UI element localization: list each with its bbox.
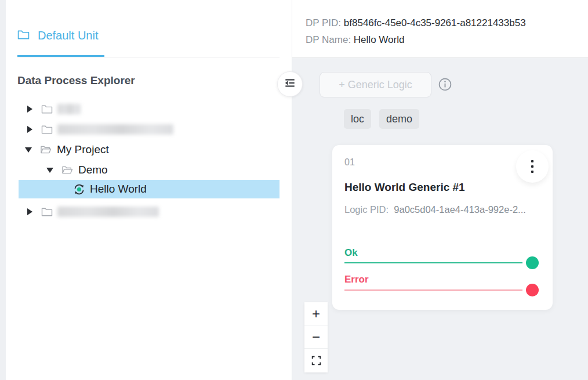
dp-pid-label: DP PID: bbox=[306, 17, 341, 28]
fold-menu-icon bbox=[284, 77, 296, 92]
port-ok-label: Ok bbox=[344, 247, 358, 259]
dp-info-header: DP PID: bf8546fc-45e0-4c35-9261-a8122143… bbox=[292, 0, 588, 58]
tree-item-label[interactable]: My Project bbox=[57, 143, 109, 156]
collapse-panel-button[interactable] bbox=[277, 71, 303, 97]
dp-name-label: DP Name: bbox=[306, 34, 351, 45]
caret-right-icon[interactable] bbox=[26, 106, 33, 113]
zoom-out-button[interactable]: − bbox=[304, 325, 328, 349]
dp-name-line: DP Name: Hello World bbox=[306, 34, 404, 46]
tree-item-label[interactable]: Hello World bbox=[90, 183, 147, 196]
tree-row-redacted-1[interactable] bbox=[6, 100, 292, 118]
tag-demo: demo bbox=[379, 109, 419, 129]
redacted-label bbox=[57, 124, 173, 135]
tree-row-my-project[interactable]: My Project bbox=[6, 140, 292, 159]
card-menu-button[interactable] bbox=[516, 150, 549, 183]
port-error-label: Error bbox=[344, 274, 369, 285]
dp-pid-value: bf8546fc-45e0-4c35-9261-a81221433b53 bbox=[344, 17, 526, 28]
logic-pid-label: Logic PID: bbox=[344, 204, 389, 215]
redacted-label bbox=[57, 104, 81, 114]
add-generic-logic-button[interactable]: + Generic Logic bbox=[320, 72, 431, 97]
info-icon[interactable] bbox=[438, 78, 452, 91]
tag-list: loc demo bbox=[344, 109, 419, 129]
tree-row-redacted-2[interactable] bbox=[6, 120, 292, 139]
card-title: Hello World Generic #1 bbox=[344, 181, 465, 194]
tree-row-demo[interactable]: Demo bbox=[6, 161, 292, 179]
kebab-icon bbox=[531, 160, 533, 162]
caret-right-icon[interactable] bbox=[26, 126, 33, 133]
fullscreen-icon bbox=[311, 353, 321, 369]
detail-canvas: DP PID: bf8546fc-45e0-4c35-9261-a8122143… bbox=[292, 0, 588, 380]
folder-icon bbox=[41, 104, 53, 114]
port-ok-dot[interactable] bbox=[526, 256, 539, 269]
tab-divider bbox=[17, 57, 280, 57]
tree-item-label[interactable]: Demo bbox=[78, 164, 108, 176]
dp-pid-line: DP PID: bf8546fc-45e0-4c35-9261-a8122143… bbox=[306, 17, 526, 29]
logic-card[interactable]: 01 Hello World Generic #1 Logic PID: 9a0… bbox=[332, 145, 553, 310]
folder-icon bbox=[41, 124, 53, 135]
port-ok-line bbox=[344, 262, 522, 263]
canvas-zoom-controls: + − bbox=[304, 302, 328, 372]
folder-open-icon bbox=[61, 165, 74, 175]
sync-process-icon bbox=[73, 183, 85, 196]
folder-open-icon bbox=[40, 144, 52, 155]
explorer-panel: Default Unit Data Process Explorer bbox=[6, 0, 292, 380]
tag-loc: loc bbox=[344, 109, 371, 129]
tab-default-unit[interactable]: Default Unit bbox=[17, 29, 99, 42]
caret-right-icon[interactable] bbox=[26, 208, 33, 215]
tree-row-hello-world[interactable]: Hello World bbox=[19, 180, 280, 198]
caret-down-icon[interactable] bbox=[25, 146, 32, 153]
logic-pid-line: Logic PID: 9a0c5d04-1ae4-413a-992e-2... bbox=[344, 204, 526, 215]
fit-fullscreen-button[interactable] bbox=[304, 349, 328, 372]
tree-row-redacted-3[interactable] bbox=[6, 202, 292, 221]
port-error-line bbox=[344, 289, 522, 291]
logic-pid-value: 9a0c5d04-1ae4-413a-992e-2... bbox=[394, 204, 526, 215]
left-edge-strip bbox=[0, 0, 6, 380]
page-title: Data Process Explorer bbox=[17, 74, 135, 87]
dp-name-value: Hello World bbox=[354, 34, 405, 45]
tab-default-unit-label: Default Unit bbox=[38, 29, 99, 42]
card-index: 01 bbox=[344, 157, 355, 168]
port-error-dot[interactable] bbox=[526, 284, 539, 296]
caret-down-icon[interactable] bbox=[46, 167, 53, 173]
redacted-label bbox=[57, 207, 159, 217]
folder-icon bbox=[17, 29, 30, 42]
zoom-in-button[interactable]: + bbox=[304, 302, 328, 325]
folder-icon bbox=[41, 207, 53, 217]
